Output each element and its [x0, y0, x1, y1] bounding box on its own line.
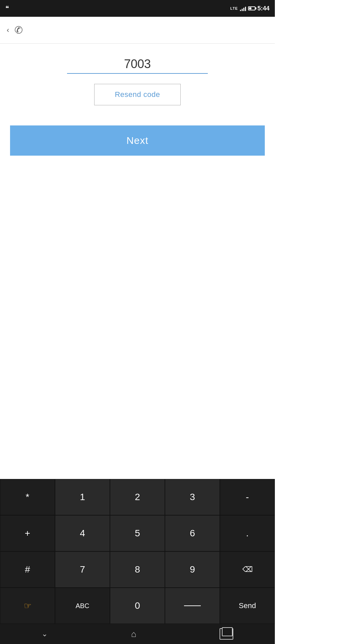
- key-hash[interactable]: #: [0, 551, 55, 588]
- key-space[interactable]: [165, 588, 220, 624]
- resend-code-button[interactable]: Resend code: [94, 84, 180, 105]
- nav-recents-button[interactable]: [220, 628, 233, 640]
- battery-icon: [248, 6, 255, 10]
- phone-icon: ✆: [14, 24, 23, 36]
- back-icon[interactable]: ‹: [7, 26, 9, 35]
- lte-icon: LTE: [230, 6, 238, 10]
- key-send[interactable]: Send: [220, 588, 275, 624]
- key-period[interactable]: .: [220, 515, 275, 551]
- key-dash[interactable]: -: [220, 479, 275, 515]
- key-abc[interactable]: ABC: [55, 588, 110, 624]
- key-asterisk[interactable]: *: [0, 479, 55, 515]
- status-bar-left: ❝: [5, 4, 9, 12]
- keyboard-row-3: # 7 8 9 ⌫: [0, 551, 275, 588]
- key-9[interactable]: 9: [165, 551, 220, 588]
- key-7[interactable]: 7: [55, 551, 110, 588]
- status-bar-right: LTE 5:44: [230, 5, 269, 12]
- status-bar: ❝ LTE 5:44: [0, 0, 275, 17]
- keyboard: * 1 2 3 - + 4 5 6 . # 7 8 9 ⌫ ☞ ABC 0 Se…: [0, 479, 275, 624]
- key-6[interactable]: 6: [165, 515, 220, 551]
- code-input[interactable]: [67, 57, 208, 74]
- nav-home-button[interactable]: ⌂: [131, 629, 136, 639]
- key-plus[interactable]: +: [0, 515, 55, 551]
- key-5[interactable]: 5: [110, 515, 165, 551]
- keyboard-row-2: + 4 5 6 .: [0, 515, 275, 551]
- key-backspace[interactable]: ⌫: [220, 551, 275, 588]
- keyboard-row-4: ☞ ABC 0 Send: [0, 588, 275, 624]
- key-swipe[interactable]: ☞: [0, 588, 55, 624]
- key-1[interactable]: 1: [55, 479, 110, 515]
- space-bar-line: [184, 605, 201, 606]
- key-3[interactable]: 3: [165, 479, 220, 515]
- nav-bar: ⌄ ⌂: [0, 624, 275, 644]
- key-8[interactable]: 8: [110, 551, 165, 588]
- main-content: Resend code Next: [0, 44, 275, 166]
- clock: 5:44: [257, 5, 269, 12]
- key-2[interactable]: 2: [110, 479, 165, 515]
- key-4[interactable]: 4: [55, 515, 110, 551]
- app-bar: ‹ ✆: [0, 17, 275, 44]
- app-notification-icon: ❝: [5, 4, 9, 12]
- code-input-container: [10, 57, 265, 74]
- keyboard-row-1: * 1 2 3 -: [0, 479, 275, 515]
- nav-back-button[interactable]: ⌄: [42, 630, 48, 638]
- next-button[interactable]: Next: [10, 125, 265, 156]
- key-0[interactable]: 0: [110, 588, 165, 624]
- signal-icon: [240, 6, 246, 11]
